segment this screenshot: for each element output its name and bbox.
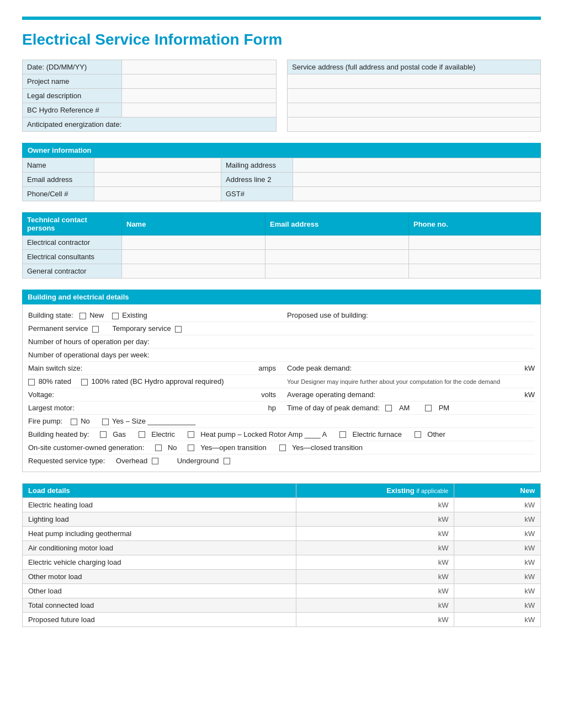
load-table: Load details Existing if applicable New … <box>22 483 541 627</box>
email-label: Email address <box>23 173 94 187</box>
code-peak-label: Code peak demand: <box>287 364 352 372</box>
project-name-value[interactable] <box>122 74 277 89</box>
overhead-checkbox[interactable] <box>152 458 158 464</box>
main-switch-label: Main switch size: <box>28 364 82 372</box>
bc-hydro-ref-label: BC Hydro Reference # <box>23 103 122 117</box>
building-header: Building and electrical details <box>22 290 541 304</box>
address-line2-value[interactable] <box>293 173 541 187</box>
new-unit: kW <box>454 613 541 627</box>
owner-name-value[interactable] <box>94 158 221 173</box>
fire-pump-no-checkbox[interactable] <box>71 419 77 425</box>
elec-consultant-email[interactable] <box>265 250 409 264</box>
existing-checkbox[interactable] <box>112 313 119 319</box>
project-name-label: Project name <box>23 74 122 89</box>
address-line2-label: Address line 2 <box>221 173 293 187</box>
overhead-label: Overhead <box>116 457 147 465</box>
other-checkbox[interactable] <box>415 431 421 438</box>
voltage-row: Voltage: volts <box>28 390 276 399</box>
building-state-row: Building state: New Existing <box>28 311 276 319</box>
existing-unit: kW <box>296 555 454 570</box>
voltage-label: Voltage: <box>28 390 54 399</box>
rated-80-checkbox[interactable] <box>28 379 35 386</box>
rated-100-label: 100% rated (BC Hydro approval required) <box>92 377 224 386</box>
phone-value[interactable] <box>94 187 221 201</box>
load-row-label: Total connected load <box>23 598 296 613</box>
elec-consultant-name[interactable] <box>122 250 265 264</box>
service-address-value[interactable] <box>288 74 541 89</box>
yes-open-label: Yes—open transition <box>200 443 267 452</box>
load-table-row: Lighting load kW kW <box>23 512 541 527</box>
am-label: AM <box>399 404 410 412</box>
elec-consultant-phone[interactable] <box>409 250 541 264</box>
owner-name-label: Name <box>23 158 94 173</box>
new-unit: kW <box>454 527 541 541</box>
service-address-value3[interactable] <box>288 103 541 117</box>
load-table-row: Electric heating load kW kW <box>23 498 541 512</box>
bc-hydro-ref-value[interactable] <box>122 103 277 117</box>
existing-sub: if applicable <box>416 488 448 494</box>
new-unit: kW <box>454 570 541 584</box>
permanent-checkbox[interactable] <box>92 326 99 333</box>
new-header: New <box>454 484 541 498</box>
underground-checkbox[interactable] <box>224 458 230 464</box>
new-checkbox[interactable] <box>79 313 86 319</box>
electric-furnace-checkbox[interactable] <box>339 431 346 438</box>
yes-closed-checkbox[interactable] <box>279 445 286 451</box>
largest-motor-label: Largest motor: <box>28 404 75 412</box>
building-state-label: Building state: <box>28 311 73 319</box>
rated-80-label: 80% rated <box>39 377 71 386</box>
elec-contractor-email[interactable] <box>265 235 409 250</box>
technical-email-col-header: Email address <box>265 213 409 235</box>
building-heated-row: Building heated by: Gas Electric Heat pu… <box>28 428 535 441</box>
general-contractor-phone[interactable] <box>409 264 541 279</box>
new-unit: kW <box>454 541 541 555</box>
elec-contractor-label: Electrical contractor <box>23 235 122 250</box>
pm-checkbox[interactable] <box>425 405 432 411</box>
yes-open-checkbox[interactable] <box>188 445 194 451</box>
no2-label: No <box>168 443 177 452</box>
new-unit: kW <box>454 584 541 598</box>
electric-label: Electric <box>151 430 175 438</box>
owner-header: Owner information <box>22 143 541 158</box>
fire-pump-no-label: No <box>81 417 90 425</box>
technical-table: Technical contact persons Name Email add… <box>22 212 541 279</box>
rated-100-checkbox[interactable] <box>81 379 88 386</box>
new-unit: kW <box>454 598 541 613</box>
volts-label: volts <box>261 390 276 399</box>
elec-contractor-phone[interactable] <box>409 235 541 250</box>
service-address-value2[interactable] <box>288 89 541 103</box>
electric-checkbox[interactable] <box>139 431 145 438</box>
gst-label: GST# <box>221 187 293 201</box>
email-value[interactable] <box>94 173 221 187</box>
load-row-label: Proposed future load <box>23 613 296 627</box>
gst-value[interactable] <box>293 187 541 201</box>
load-table-row: Total connected load kW kW <box>23 598 541 613</box>
fire-pump-yes-checkbox[interactable] <box>102 419 109 425</box>
gas-checkbox[interactable] <box>100 431 107 438</box>
days-row: Number of operational days per week: <box>28 349 535 362</box>
heat-pump-checkbox[interactable] <box>188 431 194 438</box>
technical-col-header: Technical contact persons <box>23 213 122 235</box>
yes-closed-label: Yes—closed transition <box>292 443 363 452</box>
code-peak-row: Code peak demand: kW <box>287 364 535 372</box>
top-info-table: Date: (DD/MM/YY) Service address (full a… <box>22 60 541 132</box>
general-contractor-name[interactable] <box>122 264 265 279</box>
service-address-value4[interactable] <box>288 117 541 132</box>
other-label: Other <box>427 430 445 438</box>
elec-contractor-name[interactable] <box>122 235 265 250</box>
legal-description-label: Legal description <box>23 89 122 103</box>
page-title: Electrical Service Information Form <box>22 31 541 49</box>
am-checkbox[interactable] <box>385 405 392 411</box>
days-label: Number of operational days per week: <box>28 351 150 359</box>
legal-description-value[interactable] <box>122 89 277 103</box>
temporary-checkbox[interactable] <box>175 326 182 333</box>
mailing-address-value[interactable] <box>293 158 541 173</box>
no2-checkbox[interactable] <box>155 445 162 451</box>
amps-label: amps <box>258 364 276 372</box>
service-type-req-row: Requested service type: Overhead Undergr… <box>28 454 535 467</box>
general-contractor-email[interactable] <box>265 264 409 279</box>
date-value[interactable] <box>122 60 277 74</box>
owner-section: Owner information Name Mailing address E… <box>22 143 541 201</box>
new-unit: kW <box>454 555 541 570</box>
existing-unit: kW <box>296 570 454 584</box>
